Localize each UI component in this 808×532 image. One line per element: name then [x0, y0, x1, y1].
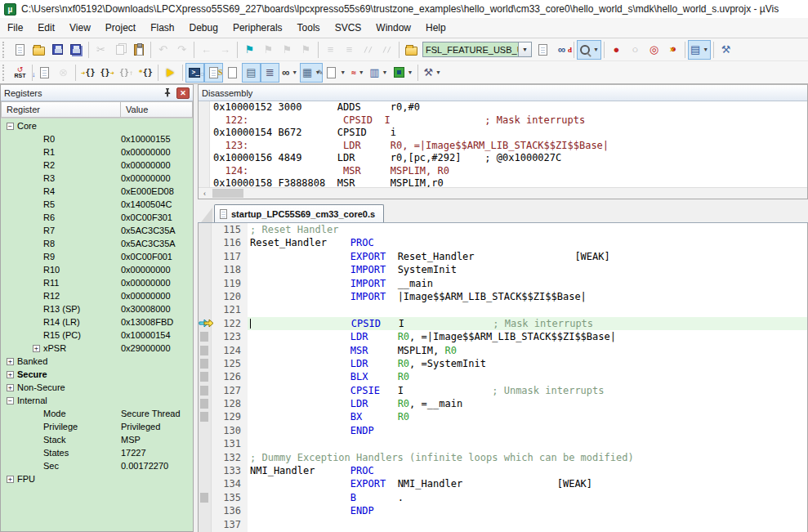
- find-button[interactable]: [533, 40, 552, 60]
- kill-all-breakpoints-button[interactable]: ◎: [645, 40, 663, 60]
- register-row-r6[interactable]: R60x0C00F301: [1, 211, 193, 224]
- register-row-r12[interactable]: R120x00000000: [1, 289, 193, 302]
- pin-icon[interactable]: [162, 87, 173, 99]
- register-row-r1[interactable]: R10x00000000: [1, 145, 193, 159]
- menu-help[interactable]: Help: [418, 19, 453, 37]
- register-row-r14-lr-[interactable]: R14 (LR)0x13008FBD: [1, 315, 193, 329]
- copy-button[interactable]: [110, 40, 129, 60]
- trace-window-button[interactable]: ▥▼: [367, 63, 390, 83]
- register-row-internal[interactable]: −Internal: [1, 394, 193, 407]
- indent-button[interactable]: ≡: [321, 40, 340, 60]
- register-row-core[interactable]: −Core: [1, 119, 193, 132]
- watch-window-button[interactable]: ∞▼: [279, 63, 300, 83]
- next-bookmark-button[interactable]: ⚑: [259, 40, 278, 60]
- system-viewer-button[interactable]: ▼: [391, 63, 416, 83]
- margin-cell[interactable]: [199, 491, 211, 504]
- margin-cell[interactable]: [199, 370, 211, 383]
- disable-all-breakpoints-button[interactable]: ●✕: [663, 40, 682, 60]
- expand-icon[interactable]: +: [7, 358, 14, 365]
- cut-button[interactable]: ✂: [92, 40, 110, 60]
- reset-cpu-button[interactable]: ↺RST: [11, 63, 29, 83]
- margin-cell[interactable]: [199, 477, 211, 490]
- expand-icon[interactable]: +: [7, 476, 14, 483]
- clear-bookmarks-button[interactable]: ⚑: [297, 40, 315, 60]
- margin-cell[interactable]: [199, 277, 211, 290]
- margin-cell[interactable]: [199, 317, 211, 330]
- toolbar-grip[interactable]: [2, 42, 8, 58]
- column-header-register[interactable]: Register: [1, 101, 121, 118]
- step-into-button[interactable]: ➔{}: [78, 63, 97, 83]
- register-row-fpu[interactable]: +FPU: [1, 472, 193, 485]
- margin-cell[interactable]: [199, 303, 211, 316]
- menu-debug[interactable]: Debug: [182, 19, 225, 37]
- menu-edit[interactable]: Edit: [30, 19, 62, 37]
- navigate-forward-button[interactable]: →: [216, 40, 234, 60]
- insert-bookmark-button[interactable]: ⚑: [240, 40, 259, 60]
- register-row-r10[interactable]: R100x00000000: [1, 263, 193, 276]
- margin-cell[interactable]: [199, 397, 211, 410]
- call-stack-window-button[interactable]: ≣: [261, 63, 279, 83]
- margin-cell[interactable]: [199, 451, 211, 464]
- symbol-window-button[interactable]: S: [223, 63, 242, 83]
- chevron-down-icon[interactable]: ▼: [340, 69, 346, 75]
- chevron-down-icon[interactable]: ▼: [518, 42, 531, 56]
- navigate-back-button[interactable]: ←: [197, 40, 216, 60]
- menu-peripherals[interactable]: Peripherals: [225, 19, 290, 37]
- chevron-down-icon[interactable]: ▼: [292, 69, 297, 75]
- register-row-r3[interactable]: R30x00000000: [1, 172, 193, 185]
- margin-cell[interactable]: [199, 223, 211, 236]
- step-out-button[interactable]: {}↑: [117, 63, 136, 83]
- menu-project[interactable]: Project: [98, 19, 143, 37]
- margin-cell[interactable]: [199, 464, 211, 477]
- disassembly-margin[interactable]: [199, 101, 210, 187]
- margin-cell[interactable]: [199, 344, 211, 357]
- margin-cell[interactable]: [199, 410, 211, 423]
- register-row-r2[interactable]: R20x00000000: [1, 159, 193, 172]
- menu-svcs[interactable]: SVCS: [328, 19, 369, 37]
- open-file-button[interactable]: [29, 40, 48, 60]
- margin-cell[interactable]: [199, 263, 211, 276]
- chevron-down-icon[interactable]: ▼: [703, 47, 708, 52]
- register-row-secure[interactable]: +Secure: [1, 368, 193, 381]
- register-row-banked[interactable]: +Banked: [1, 355, 193, 368]
- menu-window[interactable]: Window: [368, 19, 418, 37]
- margin-cell[interactable]: [199, 357, 211, 370]
- chevron-down-icon[interactable]: ▼: [359, 69, 364, 75]
- register-row-stack[interactable]: StackMSP: [1, 433, 193, 446]
- comment-selection-button[interactable]: //: [359, 40, 377, 60]
- save-all-button[interactable]: [67, 40, 86, 60]
- new-file-button[interactable]: [11, 40, 29, 60]
- register-row-r11[interactable]: R110x00000000: [1, 276, 193, 289]
- disassembly-hscrollbar[interactable]: ‹: [199, 187, 807, 199]
- highlight-search-button[interactable]: d▼: [577, 40, 601, 60]
- find-in-files-button[interactable]: [402, 40, 421, 60]
- close-icon[interactable]: ✕: [176, 87, 190, 99]
- register-row-r5[interactable]: R50x1400504C: [1, 198, 193, 211]
- editor-code-area[interactable]: ; Reset HandlerReset_Handler PROC EXPORT…: [248, 223, 807, 532]
- register-row-r8[interactable]: R80x5AC3C35A: [1, 237, 193, 250]
- debug-toolbox-button[interactable]: ⚒▼: [421, 63, 444, 83]
- toolbar-grip[interactable]: [2, 65, 8, 81]
- scrollbar-thumb[interactable]: [212, 189, 243, 198]
- periodic-window-update-button[interactable]: ▤▼: [688, 40, 711, 60]
- previous-bookmark-button[interactable]: ⚑: [278, 40, 297, 60]
- run-to-cursor-button[interactable]: *{}: [136, 63, 154, 83]
- register-row-r15-pc-[interactable]: R15 (PC)0x10000154: [1, 329, 193, 342]
- register-row-privilege[interactable]: PrivilegePrivileged: [1, 420, 193, 433]
- margin-cell[interactable]: [199, 250, 211, 263]
- insert-breakpoint-button[interactable]: ●: [607, 40, 626, 60]
- register-row-r0[interactable]: R00x10000155: [1, 132, 193, 145]
- unindent-button[interactable]: ≡: [340, 40, 359, 60]
- margin-cell[interactable]: [199, 437, 211, 450]
- redo-button[interactable]: ↷: [172, 40, 191, 60]
- search-combo[interactable]: FSL_FEATURE_USB_USB_F▼: [422, 42, 532, 57]
- show-next-statement-button[interactable]: [161, 63, 180, 83]
- uncomment-selection-button[interactable]: //: [377, 40, 396, 60]
- paste-button[interactable]: [129, 40, 148, 60]
- undo-button[interactable]: ↶: [154, 40, 172, 60]
- registers-window-button[interactable]: ▤: [242, 63, 261, 83]
- menu-flash[interactable]: Flash: [143, 19, 181, 37]
- analysis-window-button[interactable]: ≈▼: [348, 63, 367, 83]
- register-row-r4[interactable]: R40xE000ED08: [1, 185, 193, 198]
- collapse-icon[interactable]: −: [7, 123, 14, 130]
